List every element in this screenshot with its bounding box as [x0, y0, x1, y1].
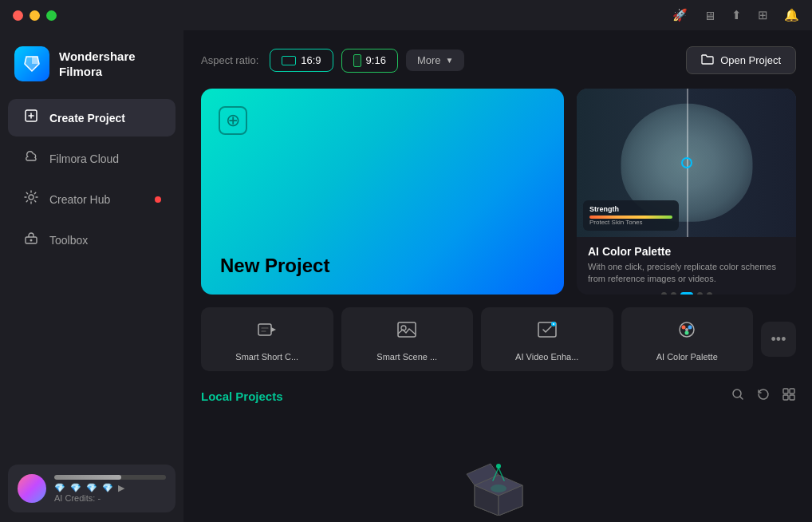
credits-bar: [54, 475, 166, 480]
minimize-button[interactable]: [30, 10, 40, 21]
smart-scene-icon: [396, 318, 418, 346]
sidebar-item-creator-hub[interactable]: Creator Hub: [8, 180, 175, 218]
banner-dot-3[interactable]: [680, 292, 693, 295]
svg-point-1: [29, 195, 34, 200]
banner-dots: [588, 292, 785, 295]
smart-short-clip-icon: [256, 318, 278, 346]
banner-dot-4[interactable]: [697, 292, 703, 295]
thumbnail-strength: Strength: [589, 205, 672, 213]
local-projects-header: Local Projects: [201, 387, 796, 405]
aspect-9-16-button[interactable]: 9:16: [341, 49, 398, 73]
empty-state: Recent Project: [201, 420, 796, 522]
feature-title: AI Color Palette: [588, 245, 785, 258]
thumbnail-protect: Protect Skin Tones: [589, 219, 672, 226]
ai-video-enhance-card[interactable]: AI Video Enha...: [481, 307, 613, 371]
svg-rect-17: [783, 395, 788, 400]
svg-rect-16: [790, 389, 794, 393]
local-projects-title: Local Projects: [201, 390, 283, 403]
bell-icon[interactable]: 🔔: [784, 8, 799, 22]
window-controls: [13, 10, 57, 21]
sidebar-item-filmora-cloud[interactable]: Filmora Cloud: [8, 140, 175, 177]
more-tools-button[interactable]: •••: [761, 322, 796, 357]
app-body: Wondershare Filmora Create Project Filmo…: [0, 30, 812, 522]
smart-short-clip-label: Smart Short C...: [211, 352, 324, 362]
grid-icon[interactable]: ⊞: [758, 8, 768, 22]
folder-icon: [701, 53, 714, 67]
create-project-icon: [22, 109, 40, 127]
banner-dot-1[interactable]: [661, 292, 667, 295]
more-button[interactable]: More ▼: [406, 49, 465, 71]
top-section: ⊕ New Project Strength Protect Skin Tone…: [201, 89, 796, 295]
aspect-ratio-label: Aspect ratio:: [201, 54, 258, 66]
close-button[interactable]: [13, 10, 23, 21]
new-project-card[interactable]: ⊕ New Project: [201, 89, 564, 295]
ai-color-palette-card[interactable]: AI Color Palette: [621, 307, 754, 371]
creator-hub-icon: [22, 190, 40, 208]
ai-tools-row: Smart Short C... Smart Scene ...: [201, 307, 796, 371]
app-name: Wondershare Filmora: [59, 49, 136, 80]
app-logo: [14, 46, 49, 81]
titlebar-actions: 🚀 🖥 ⬆ ⊞ 🔔: [672, 8, 799, 22]
search-icon[interactable]: [731, 387, 745, 405]
banner-dot-2[interactable]: [671, 292, 676, 295]
toolbar: Aspect ratio: 16:9 9:16 More ▼ Open Proj: [201, 46, 796, 74]
ai-credits-label: AI Credits: -: [54, 493, 166, 503]
user-action-icons: 💎 💎 💎 💎 ▶: [54, 483, 166, 493]
aspect-16-9-button[interactable]: 16:9: [270, 49, 333, 72]
logo-area: Wondershare Filmora: [0, 37, 183, 97]
feature-image: Strength Protect Skin Tones: [577, 89, 796, 237]
sidebar-item-create-project[interactable]: Create Project: [8, 99, 175, 136]
credits-fill: [54, 475, 121, 480]
ai-video-enhance-label: AI Video Enha...: [491, 352, 604, 362]
svg-rect-18: [790, 395, 794, 400]
smart-scene-card[interactable]: Smart Scene ...: [341, 307, 474, 371]
banner-dot-5[interactable]: [707, 292, 712, 295]
rocket-icon[interactable]: 🚀: [672, 8, 688, 22]
main-content: Aspect ratio: 16:9 9:16 More ▼ Open Proj: [183, 30, 812, 522]
svg-point-3: [30, 239, 33, 242]
new-project-plus-icon: ⊕: [219, 106, 247, 135]
create-project-label: Create Project: [49, 112, 125, 125]
smart-scene-label: Smart Scene ...: [351, 352, 464, 362]
refresh-icon[interactable]: [756, 387, 771, 405]
user-panel[interactable]: 💎 💎 💎 💎 ▶ AI Credits: -: [8, 465, 175, 512]
filmora-cloud-label: Filmora Cloud: [49, 152, 119, 165]
creator-hub-label: Creator Hub: [49, 193, 110, 206]
dot-selector: [681, 157, 692, 168]
maximize-button[interactable]: [46, 10, 57, 21]
ai-color-palette-label: AI Color Palette: [631, 352, 744, 362]
svg-point-20: [496, 464, 501, 469]
header-actions: [731, 387, 796, 405]
cloud-upload-icon[interactable]: ⬆: [731, 8, 742, 22]
svg-point-13: [685, 328, 688, 331]
empty-box-icon: [463, 452, 534, 516]
monitor-icon[interactable]: 🖥: [704, 9, 715, 22]
user-info: 💎 💎 💎 💎 ▶ AI Credits: -: [54, 475, 166, 503]
svg-point-19: [491, 484, 507, 492]
sidebar: Wondershare Filmora Create Project Filmo…: [0, 30, 183, 522]
open-project-button[interactable]: Open Project: [686, 46, 796, 74]
svg-rect-5: [398, 322, 416, 337]
grid-view-icon[interactable]: [782, 387, 796, 405]
svg-point-12: [685, 331, 689, 335]
cloud-icon: [22, 149, 40, 168]
ai-video-enhance-icon: [536, 318, 558, 346]
feature-description: With one click, precisely replicate colo…: [588, 261, 785, 286]
feature-info: AI Color Palette With one click, precise…: [577, 237, 796, 295]
svg-point-10: [682, 326, 686, 330]
svg-point-11: [688, 326, 692, 330]
feature-banner: Strength Protect Skin Tones AI Color Pal…: [577, 89, 796, 295]
new-project-label: New Project: [220, 255, 545, 277]
ellipsis-icon: •••: [771, 331, 786, 348]
user-avatar: [18, 474, 46, 503]
smart-short-clip-card[interactable]: Smart Short C...: [201, 307, 333, 371]
svg-rect-15: [783, 389, 788, 393]
aspect-16-icon: [282, 56, 296, 65]
titlebar: 🚀 🖥 ⬆ ⊞ 🔔: [0, 0, 812, 30]
chevron-down-icon: ▼: [446, 56, 454, 65]
thumbnail-card: Strength Protect Skin Tones: [583, 200, 679, 231]
toolbox-icon: [22, 231, 40, 249]
sidebar-item-toolbox[interactable]: Toolbox: [8, 221, 175, 259]
toolbox-label: Toolbox: [49, 234, 88, 247]
svg-rect-4: [258, 324, 271, 335]
